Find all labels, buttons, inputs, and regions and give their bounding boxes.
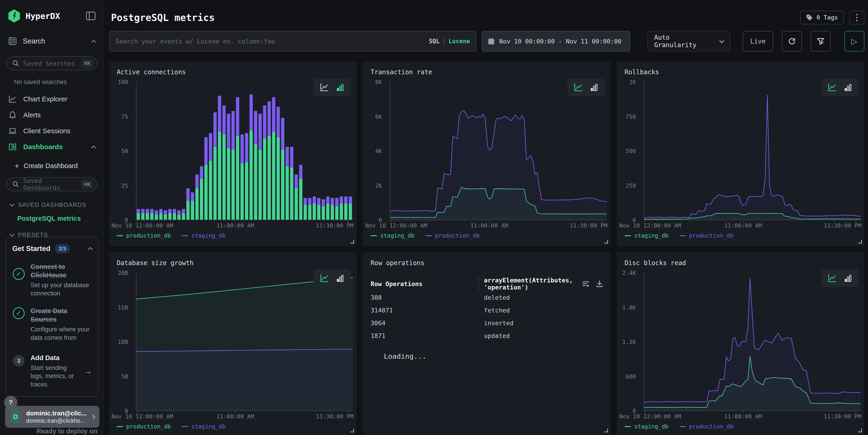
- saved-dashboards-header-label: SAVED DASHBOARDS: [18, 201, 86, 208]
- logo-row: HyperDX: [0, 9, 103, 23]
- legend-item[interactable]: production_db: [426, 232, 480, 239]
- help-button[interactable]: ?: [4, 396, 17, 409]
- sidebar-item-alerts[interactable]: Alerts: [0, 107, 103, 123]
- chart-legend: staging_dbproduction_db: [625, 232, 734, 239]
- chart-type-toggle[interactable]: [821, 269, 859, 287]
- bar-chart-icon[interactable]: [844, 273, 853, 283]
- chart-plot[interactable]: [644, 273, 861, 411]
- get-started-step-2[interactable]: ✓ Create Data Sources Configure where yo…: [12, 307, 92, 342]
- sidebar-collapse-icon[interactable]: [86, 11, 96, 21]
- filter-button[interactable]: [811, 31, 831, 52]
- table-row[interactable]: 3064 inserted: [371, 316, 603, 329]
- get-started-header[interactable]: Get Started 2/3: [12, 244, 92, 254]
- y-axis-label: 2K: [375, 182, 382, 189]
- run-query-button[interactable]: ▷: [844, 31, 864, 52]
- chart-plot[interactable]: [390, 82, 607, 220]
- legend-item[interactable]: staging_db: [182, 232, 226, 239]
- chart-plot[interactable]: [136, 82, 352, 220]
- sidebar-item-chart-explorer[interactable]: Chart Explorer: [0, 92, 103, 107]
- loading-text: Loading...: [384, 352, 603, 360]
- chart-type-toggle[interactable]: [567, 78, 605, 96]
- legend-item[interactable]: staging_db: [625, 423, 669, 430]
- chart-type-toggle[interactable]: [313, 269, 351, 287]
- step-desc: Start sending logs, metrics, or traces: [31, 364, 79, 389]
- sidebar-item-search[interactable]: Search: [0, 34, 103, 49]
- panel-active-connections: Active connections 1007550250 Nov 10 12:…: [109, 62, 356, 246]
- legend-item[interactable]: production_db: [117, 232, 171, 239]
- more-options-button[interactable]: [849, 11, 864, 24]
- cell-operation: inserted: [478, 320, 603, 327]
- lucene-toggle[interactable]: Lucene: [448, 38, 470, 45]
- chart-type-toggle[interactable]: [313, 78, 351, 96]
- divider: [0, 155, 103, 155]
- event-search-input[interactable]: Search your events w/ Lucene ex. column:…: [109, 31, 476, 52]
- table-row[interactable]: 314071 fetched: [371, 304, 603, 316]
- sidebar-item-postgresql-metrics[interactable]: PostgreSQL metrics: [17, 215, 103, 222]
- column-header[interactable]: Row Operations: [371, 280, 478, 288]
- panel-transaction-rate: Transaction rate 8K6K4K2K0 Nov 10 12:00:…: [363, 62, 611, 246]
- chevron-up-icon[interactable]: [88, 247, 93, 252]
- table-header[interactable]: Row Operations arrayElement(Attributes, …: [371, 276, 603, 291]
- granularity-select[interactable]: Auto Granularity: [647, 31, 730, 52]
- legend-item[interactable]: production_db: [680, 423, 734, 430]
- y-axis-label: 20B: [118, 270, 128, 276]
- legend-label: staging_db: [634, 423, 669, 430]
- line-chart-icon[interactable]: [827, 82, 837, 92]
- sql-toggle[interactable]: SQL: [429, 38, 439, 45]
- table-row[interactable]: 1871 updated: [371, 329, 603, 342]
- download-icon[interactable]: [596, 280, 603, 288]
- dashboards-icon: [8, 142, 17, 151]
- tags-button[interactable]: 0 Tags: [800, 11, 844, 24]
- toolbar: Search your events w/ Lucene ex. column:…: [109, 31, 864, 52]
- cell-value: 314071: [371, 307, 478, 314]
- sidebar-item-client-sessions[interactable]: Client Sessions: [0, 124, 103, 138]
- time-range-picker[interactable]: Nov 10 00:00:00 - Nov 11 00:00:00: [482, 31, 630, 52]
- get-started-step-1[interactable]: ✓ Connect to ClickHouse Set up your data…: [12, 263, 92, 298]
- bar-chart-icon[interactable]: [336, 273, 345, 283]
- live-button[interactable]: Live: [743, 31, 773, 52]
- line-chart-icon[interactable]: [319, 82, 329, 92]
- legend-item[interactable]: staging_db: [371, 232, 414, 239]
- saved-searches-input[interactable]: Saved Searches ⌘K: [6, 56, 97, 70]
- legend-swatch: [371, 235, 377, 236]
- dashboards-label: Dashboards: [23, 143, 63, 151]
- bar-chart-icon[interactable]: [590, 82, 599, 92]
- saved-dashboards-header[interactable]: SAVED DASHBOARDS: [10, 201, 103, 208]
- legend-item[interactable]: production_db: [680, 232, 734, 239]
- legend-item[interactable]: production_db: [117, 423, 171, 430]
- wrap-text-icon[interactable]: [582, 280, 590, 288]
- bar-chart-icon[interactable]: [844, 82, 853, 92]
- chevron-up-icon[interactable]: [91, 145, 96, 150]
- filter-icon: [816, 37, 825, 45]
- column-header[interactable]: arrayElement(Attributes, 'operation'): [478, 277, 582, 291]
- chevron-up-icon[interactable]: [91, 40, 96, 44]
- alerts-label: Alerts: [23, 111, 41, 119]
- legend-item[interactable]: staging_db: [182, 423, 226, 430]
- get-started-step-3[interactable]: 3 Add Data Start sending logs, metrics, …: [12, 354, 92, 389]
- saved-dashboards-input[interactable]: Saved Dashboards ⌘K: [6, 177, 97, 191]
- x-axis-label: Nov 10 12:00:00 AM: [112, 413, 173, 420]
- cell-operation: deleted: [478, 294, 603, 301]
- line-chart-icon[interactable]: [573, 82, 583, 92]
- create-dashboard-button[interactable]: + Create Dashboard: [14, 162, 103, 170]
- chart-plot[interactable]: [136, 273, 352, 411]
- sidebar-item-dashboards[interactable]: Dashboards: [0, 139, 103, 155]
- cell-operation: updated: [478, 332, 603, 339]
- table-row[interactable]: 308 deleted: [371, 291, 603, 304]
- line-chart-icon[interactable]: [827, 273, 837, 283]
- chevron-right-icon: [91, 414, 95, 419]
- bar-chart-icon[interactable]: [336, 82, 345, 92]
- line-chart-icon[interactable]: [319, 273, 329, 283]
- y-axis: 2.4K1.8K1.2K6000: [617, 273, 642, 411]
- x-axis-label: 11:30:00 PM: [824, 222, 861, 229]
- chart-type-toggle[interactable]: [821, 78, 859, 96]
- x-axis: Nov 10 12:00:00 AM11:00:00 AM11:30:00 PM: [136, 413, 352, 421]
- user-menu[interactable]: D dominic.tran@clic... dominic.tran@clic…: [5, 406, 99, 428]
- panel-rollbacks: Rollbacks 1K7505002500 Nov 10 12:00:00 A…: [617, 62, 864, 246]
- legend-item[interactable]: staging_db: [625, 232, 669, 239]
- user-email: dominic.tran@clickho...: [26, 417, 87, 424]
- page-header: PostgreSQL metrics 0 Tags: [109, 9, 864, 26]
- refresh-button[interactable]: [782, 31, 802, 52]
- x-axis: Nov 10 12:00:00 AM11:00:00 AM11:30:00 PM: [136, 222, 352, 230]
- chart-plot[interactable]: [644, 82, 861, 220]
